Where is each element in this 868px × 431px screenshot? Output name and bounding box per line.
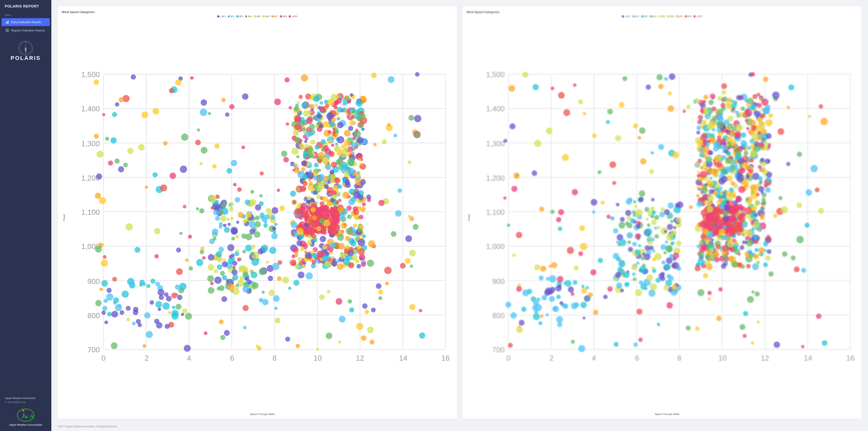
svg-point-1190 bbox=[219, 209, 224, 214]
svg-point-1998 bbox=[766, 172, 772, 178]
svg-point-1843 bbox=[597, 170, 601, 174]
svg-point-1853 bbox=[661, 272, 665, 276]
svg-point-1041 bbox=[313, 191, 317, 195]
svg-point-739 bbox=[243, 219, 247, 224]
svg-point-1811 bbox=[652, 266, 655, 270]
svg-point-1016 bbox=[209, 195, 216, 202]
svg-point-1156 bbox=[298, 214, 301, 217]
svg-point-2356 bbox=[665, 245, 672, 252]
svg-point-1236 bbox=[294, 115, 301, 122]
svg-point-1230 bbox=[300, 247, 305, 251]
svg-point-2280 bbox=[593, 310, 598, 315]
svg-point-490 bbox=[408, 161, 411, 164]
legend-item: BF8 bbox=[280, 15, 287, 18]
svg-point-2369 bbox=[705, 183, 707, 186]
svg-point-1029 bbox=[200, 250, 204, 254]
svg-point-2473 bbox=[581, 285, 585, 288]
svg-text:N: N bbox=[25, 41, 26, 42]
svg-text:14: 14 bbox=[804, 354, 812, 362]
svg-point-1213 bbox=[175, 285, 180, 290]
svg-point-1197 bbox=[321, 139, 326, 144]
svg-point-1044 bbox=[306, 272, 313, 280]
svg-point-2275 bbox=[719, 204, 724, 209]
svg-point-833 bbox=[355, 99, 363, 107]
svg-point-1671 bbox=[516, 232, 522, 238]
svg-point-2452 bbox=[686, 105, 690, 109]
svg-point-524 bbox=[97, 151, 103, 157]
svg-point-2341 bbox=[726, 236, 730, 240]
svg-point-1932 bbox=[583, 112, 586, 115]
svg-point-1681 bbox=[538, 321, 542, 325]
svg-point-2319 bbox=[746, 174, 750, 178]
svg-point-2392 bbox=[758, 176, 763, 181]
svg-point-2033 bbox=[636, 262, 639, 265]
svg-point-2470 bbox=[672, 262, 679, 269]
svg-point-2445 bbox=[760, 213, 765, 218]
svg-point-668 bbox=[349, 154, 352, 157]
svg-point-2325 bbox=[754, 213, 757, 217]
svg-point-1364 bbox=[549, 275, 556, 283]
chart-body-2: Power1,5001,4001,3001,2001,1001,00090080… bbox=[466, 20, 858, 415]
svg-point-2309 bbox=[696, 245, 700, 249]
legend-item: BF3 bbox=[237, 15, 243, 18]
svg-point-330 bbox=[101, 280, 108, 287]
svg-point-2344 bbox=[616, 282, 622, 289]
svg-point-543 bbox=[262, 291, 265, 294]
svg-point-2301 bbox=[556, 295, 561, 299]
svg-point-2273 bbox=[578, 251, 583, 256]
svg-point-2396 bbox=[530, 296, 536, 302]
svg-point-1952 bbox=[768, 143, 771, 147]
svg-point-1895 bbox=[556, 316, 563, 323]
svg-point-2406 bbox=[647, 223, 650, 227]
svg-point-1109 bbox=[342, 192, 349, 199]
svg-point-2420 bbox=[522, 289, 529, 296]
svg-point-1824 bbox=[563, 304, 568, 309]
svg-point-1889 bbox=[761, 167, 766, 173]
svg-point-672 bbox=[358, 239, 365, 246]
svg-point-1173 bbox=[339, 316, 346, 322]
svg-point-1195 bbox=[358, 157, 362, 161]
svg-point-398 bbox=[126, 306, 131, 311]
svg-point-2479 bbox=[721, 128, 725, 133]
plot-area-2: 1,5001,4001,3001,2001,1001,0009008007000… bbox=[471, 20, 858, 411]
svg-text:800: 800 bbox=[88, 311, 100, 320]
svg-point-1090 bbox=[261, 245, 268, 252]
sidebar-item-regular-eval[interactable]: Regular Evaluation Reports bbox=[2, 27, 50, 34]
svg-point-1842 bbox=[505, 302, 511, 308]
svg-point-2340 bbox=[753, 220, 760, 227]
svg-point-177 bbox=[146, 331, 153, 338]
svg-text:10: 10 bbox=[313, 354, 322, 362]
svg-point-1158 bbox=[360, 163, 363, 166]
svg-point-470 bbox=[223, 258, 226, 262]
svg-point-1116 bbox=[319, 106, 326, 112]
sidebar-item-early-eval[interactable]: Early Evaluation Results bbox=[2, 18, 50, 26]
svg-point-1176 bbox=[180, 166, 187, 173]
svg-point-788 bbox=[338, 243, 345, 250]
user-info: Japan Weather Association ✉ admin@jwa.or… bbox=[0, 394, 51, 405]
svg-point-2259 bbox=[696, 186, 700, 190]
svg-point-1172 bbox=[419, 309, 422, 312]
svg-point-355 bbox=[419, 333, 426, 339]
svg-point-366 bbox=[132, 322, 136, 325]
legend-item: BF2 bbox=[228, 15, 235, 18]
svg-point-1471 bbox=[790, 256, 796, 260]
svg-point-2284 bbox=[746, 198, 749, 201]
svg-marker-18 bbox=[25, 48, 27, 54]
svg-point-507 bbox=[176, 248, 181, 253]
svg-point-526 bbox=[221, 98, 226, 103]
svg-point-2486 bbox=[720, 169, 726, 175]
svg-point-1097 bbox=[385, 281, 389, 285]
svg-point-2293 bbox=[672, 151, 679, 158]
svg-point-1032 bbox=[185, 313, 192, 320]
svg-point-1605 bbox=[708, 183, 712, 188]
svg-point-1860 bbox=[571, 189, 578, 195]
svg-point-2492 bbox=[513, 173, 520, 179]
chart-legend-1: ≤ BF1BF2BF3BF4BF5BF6BF7BF8≥ BF9 bbox=[62, 15, 453, 18]
svg-point-611 bbox=[120, 310, 124, 315]
svg-point-1148 bbox=[337, 136, 344, 143]
svg-point-62 bbox=[361, 335, 366, 341]
svg-point-2008 bbox=[508, 85, 515, 92]
svg-point-2468 bbox=[761, 198, 766, 202]
svg-point-1949 bbox=[745, 109, 752, 117]
menu-label: Menu bbox=[0, 12, 51, 18]
